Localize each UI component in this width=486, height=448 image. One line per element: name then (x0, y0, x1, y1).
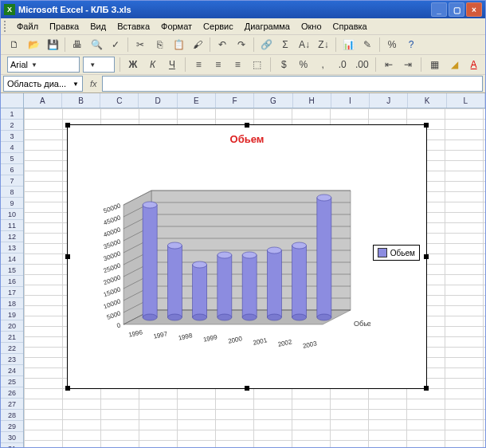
resize-handle[interactable] (424, 386, 429, 391)
menu-window[interactable]: Окно (296, 21, 327, 32)
italic-button[interactable]: К (144, 56, 161, 73)
menu-file[interactable]: Файл (12, 21, 43, 32)
sort-asc-icon[interactable]: A↓ (296, 36, 313, 53)
merge-icon[interactable]: ⬚ (249, 56, 266, 73)
row-header[interactable]: 5 (1, 153, 23, 164)
menu-edit[interactable]: Правка (45, 21, 84, 32)
resize-handle[interactable] (245, 123, 249, 128)
link-icon[interactable]: 🔗 (257, 36, 275, 53)
row-header[interactable]: 29 (1, 421, 23, 432)
redo-icon[interactable]: ↷ (233, 36, 250, 53)
menu-insert[interactable]: Вставка (112, 21, 155, 32)
col-header[interactable]: F (216, 93, 254, 108)
minimize-button[interactable]: _ (431, 2, 447, 17)
fx-icon[interactable]: fx (85, 79, 102, 88)
paste-icon[interactable]: 📋 (170, 36, 187, 53)
fmtpaint-icon[interactable]: 🖌 (189, 36, 206, 53)
col-header[interactable]: K (408, 93, 446, 108)
row-header[interactable]: 10 (1, 209, 23, 220)
col-header[interactable]: G (254, 93, 292, 108)
row-header[interactable]: 3 (1, 131, 23, 142)
col-header[interactable]: L (447, 93, 485, 108)
align-center-icon[interactable]: ≡ (210, 56, 227, 73)
col-header[interactable]: D (139, 93, 177, 108)
print-icon[interactable]: 🖶 (69, 36, 86, 53)
font-name-combo[interactable]: Arial▼ (7, 57, 80, 73)
resize-handle[interactable] (245, 386, 249, 391)
menu-tools[interactable]: Сервис (198, 21, 238, 32)
row-header[interactable]: 15 (1, 265, 23, 276)
row-header[interactable]: 30 (1, 432, 23, 443)
row-header[interactable]: 21 (1, 332, 23, 343)
cells-area[interactable]: Обьем 0500010000150002000025000300003500… (24, 108, 485, 447)
row-header[interactable]: 25 (1, 376, 23, 387)
row-header[interactable]: 18 (1, 298, 23, 309)
maximize-button[interactable]: ▢ (449, 2, 464, 17)
sum-icon[interactable]: Σ (276, 36, 294, 53)
font-color-icon[interactable]: A (465, 56, 482, 73)
underline-button[interactable]: Ч (164, 56, 181, 73)
plot-area[interactable]: 0500010000150002000025000300003500040000… (76, 165, 370, 372)
row-header[interactable]: 28 (1, 410, 23, 421)
row-header[interactable]: 6 (1, 164, 23, 175)
save-icon[interactable]: 💾 (44, 36, 61, 53)
currency-icon[interactable]: $ (276, 56, 292, 73)
menu-help[interactable]: Справка (328, 21, 372, 32)
toolbar-grip[interactable] (4, 21, 9, 32)
row-header[interactable]: 12 (1, 231, 23, 242)
chart-icon[interactable]: 📊 (339, 36, 357, 53)
indent-dec-icon[interactable]: ⇤ (380, 56, 397, 73)
col-header[interactable]: C (100, 93, 139, 108)
row-header[interactable]: 26 (1, 387, 23, 399)
col-header[interactable]: J (370, 93, 408, 108)
row-header[interactable]: 1 (1, 108, 23, 120)
row-header[interactable]: 22 (1, 343, 23, 354)
row-header[interactable]: 27 (1, 399, 23, 410)
open-icon[interactable]: 📂 (25, 36, 42, 53)
resize-handle[interactable] (65, 386, 70, 391)
indent-inc-icon[interactable]: ⇥ (400, 56, 417, 73)
dec-dec-icon[interactable]: .00 (354, 56, 370, 73)
col-header[interactable]: E (178, 93, 216, 108)
select-all-corner[interactable] (1, 93, 24, 108)
spell-icon[interactable]: ✓ (107, 36, 124, 53)
drawing-icon[interactable]: ✎ (359, 36, 376, 53)
row-header[interactable]: 19 (1, 309, 23, 320)
chart-object[interactable]: Обьем 0500010000150002000025000300003500… (67, 124, 427, 389)
chart-title[interactable]: Обьем (68, 133, 426, 145)
comma-icon[interactable]: , (315, 56, 331, 73)
row-header[interactable]: 9 (1, 198, 23, 209)
resize-handle[interactable] (424, 123, 429, 128)
resize-handle[interactable] (65, 254, 70, 259)
menu-chart[interactable]: Диаграмма (240, 21, 295, 32)
close-button[interactable]: × (466, 2, 482, 17)
resize-handle[interactable] (65, 123, 70, 128)
row-header[interactable]: 17 (1, 287, 23, 298)
border-icon[interactable]: ▦ (426, 56, 443, 73)
new-icon[interactable]: 🗋 (6, 36, 23, 53)
row-header[interactable]: 31 (1, 443, 23, 447)
preview-icon[interactable]: 🔍 (88, 36, 105, 53)
bold-button[interactable]: Ж (125, 56, 142, 73)
font-size-combo[interactable]: ▼ (83, 57, 114, 73)
align-left-icon[interactable]: ≡ (190, 56, 207, 73)
sort-desc-icon[interactable]: Z↓ (315, 36, 332, 53)
menu-view[interactable]: Вид (85, 21, 111, 32)
formula-bar[interactable] (102, 76, 483, 92)
row-header[interactable]: 16 (1, 276, 23, 287)
copy-icon[interactable]: ⎘ (151, 36, 168, 53)
help-icon[interactable]: ? (402, 36, 420, 53)
legend[interactable]: Обьем (373, 245, 420, 261)
undo-icon[interactable]: ↶ (214, 36, 231, 53)
col-header[interactable]: I (331, 93, 370, 108)
titlebar[interactable]: X Microsoft Excel - КЛБ З.xls _ ▢ × (1, 1, 485, 18)
resize-handle[interactable] (424, 254, 429, 259)
inc-dec-icon[interactable]: .0 (335, 56, 351, 73)
col-header[interactable]: B (62, 93, 100, 108)
row-header[interactable]: 2 (1, 120, 23, 131)
col-header[interactable]: H (293, 93, 331, 108)
name-box[interactable]: Область диа... ▼ (3, 76, 83, 92)
align-right-icon[interactable]: ≡ (229, 56, 246, 73)
row-header[interactable]: 23 (1, 354, 23, 365)
fill-color-icon[interactable]: ◢ (446, 56, 463, 73)
